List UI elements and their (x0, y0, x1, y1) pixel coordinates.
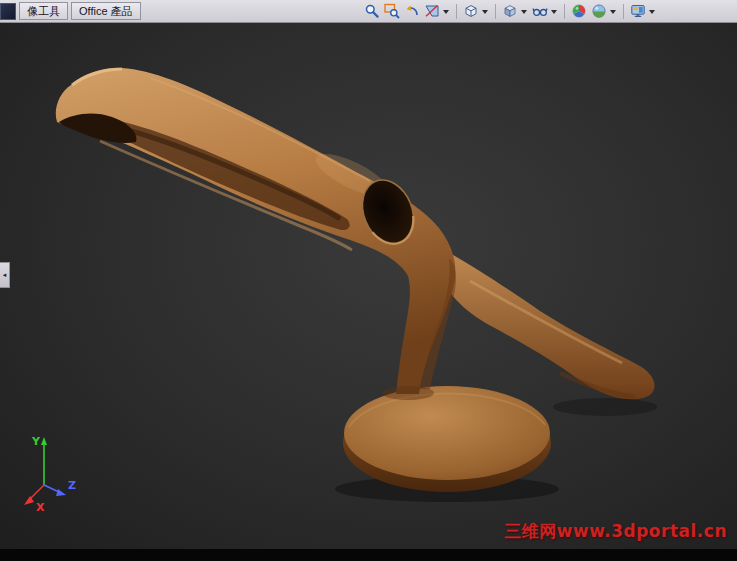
view-settings-button[interactable] (629, 2, 647, 20)
axis-z-label: Z (68, 479, 76, 492)
app-icon[interactable] (0, 3, 16, 20)
display-style-button[interactable] (501, 2, 519, 20)
apply-scene-icon (591, 3, 607, 19)
zoom-to-fit-icon (364, 3, 380, 19)
toolbar-separator (495, 4, 496, 19)
tab-image-tools[interactable]: 像工具 (19, 2, 68, 20)
watermark: 三维网www.3dportal.cn (504, 520, 727, 543)
display-style-icon (502, 3, 518, 19)
section-view-button[interactable] (423, 2, 441, 20)
section-view-icon (424, 3, 440, 19)
axis-x-label: X (36, 501, 45, 514)
model-base-top[interactable] (344, 386, 550, 480)
view-toolbar (363, 2, 657, 20)
previous-view-icon (404, 3, 420, 19)
view-orientation-icon (463, 3, 479, 19)
apply-scene-button[interactable] (590, 2, 608, 20)
axis-y-label: Y (31, 435, 41, 448)
toolbar-separator (456, 4, 457, 19)
edit-appearance-button[interactable] (570, 2, 588, 20)
zoom-to-fit-button[interactable] (363, 2, 381, 20)
bottom-bar (0, 549, 737, 561)
hide-show-items-button[interactable] (531, 2, 549, 20)
chevron-down-icon[interactable] (610, 10, 616, 17)
view-settings-icon (630, 3, 646, 19)
zoom-to-area-button[interactable] (383, 2, 401, 20)
toolbar-separator (564, 4, 565, 19)
view-orientation-button[interactable] (462, 2, 480, 20)
chevron-down-icon[interactable] (521, 10, 527, 17)
chevron-down-icon[interactable] (482, 10, 488, 17)
application-window: 像工具 Office 產品 (0, 0, 737, 561)
panel-collapse-arrow[interactable]: ◂ (0, 262, 10, 288)
coordinate-triad: Y Z X (6, 427, 90, 519)
model-canvas[interactable] (0, 23, 737, 549)
previous-view-button[interactable] (403, 2, 421, 20)
viewport-3d[interactable]: ◂ Y Z X 三维网www.3dportal.cn (0, 23, 737, 549)
foot-shadow (553, 398, 657, 416)
chevron-down-icon[interactable] (551, 10, 557, 17)
toolbar-separator (623, 4, 624, 19)
edit-appearance-icon (571, 3, 587, 19)
zoom-to-area-icon (384, 3, 400, 19)
tab-office-products[interactable]: Office 產品 (71, 2, 141, 20)
hide-show-items-icon (532, 3, 548, 19)
chevron-down-icon[interactable] (649, 10, 655, 17)
main-toolbar: 像工具 Office 產品 (0, 0, 737, 23)
chevron-down-icon[interactable] (443, 10, 449, 17)
